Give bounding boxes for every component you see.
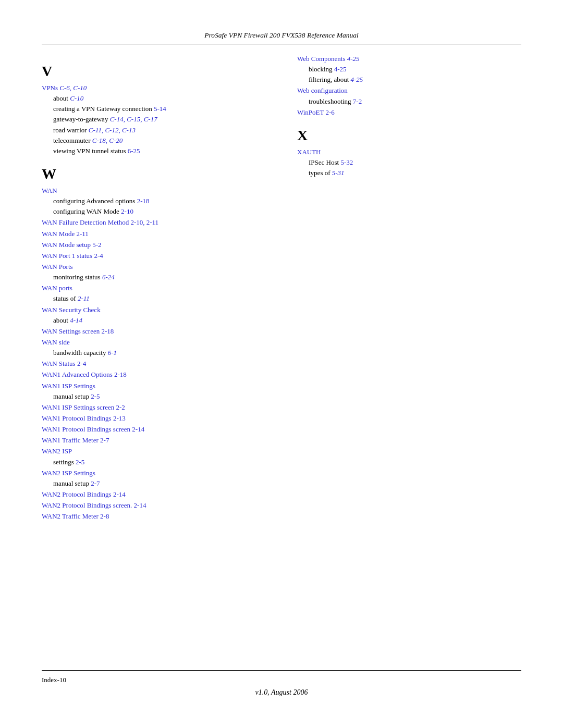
- link-wan-adv[interactable]: 2-18: [137, 197, 150, 205]
- entry-wan1-proto-main: WAN1 Protocol Bindings 2-13: [42, 413, 266, 424]
- link-wan2-isp-manual[interactable]: 2-7: [91, 479, 100, 487]
- entry-wan2-isp-main: WAN2 ISP: [42, 446, 266, 456]
- section-w-letter: W: [42, 166, 266, 182]
- link-wan-port1[interactable]: WAN Port 1 status: [42, 252, 92, 260]
- link-wan-settings-page[interactable]: 2-18: [101, 327, 114, 335]
- link-web-config[interactable]: Web configuration: [297, 87, 348, 94]
- link-wan2-proto-screen[interactable]: WAN2 Protocol Bindings screen.: [42, 501, 132, 509]
- entry-wan2-proto-screen-main: WAN2 Protocol Bindings screen. 2-14: [42, 500, 266, 511]
- entry-web-comp-blocking: blocking 4-25: [297, 64, 521, 75]
- link-wan-failure[interactable]: WAN Failure Detection Method: [42, 218, 129, 226]
- link-wan1-proto-screen-page[interactable]: 2-14: [132, 425, 144, 433]
- link-wan1-traffic-page[interactable]: 2-7: [100, 436, 109, 444]
- link-wan-mode-page[interactable]: 2-11: [76, 230, 88, 238]
- link-wan2-proto[interactable]: WAN2 Protocol Bindings: [42, 490, 112, 498]
- entry-wan-mode-setup: WAN Mode setup 5-2: [42, 240, 266, 250]
- link-wan-security-about[interactable]: 4-14: [70, 316, 82, 324]
- link-wan2-proto-screen-page[interactable]: 2-14: [134, 501, 146, 509]
- entry-wan-side-bandwidth: bandwidth capacity 6-1: [42, 348, 266, 358]
- link-vpns-about[interactable]: C-10: [70, 94, 83, 102]
- link-wan1-proto[interactable]: WAN1 Protocol Bindings: [42, 414, 112, 422]
- link-vpns-gateway[interactable]: C-14, C-15, C-17: [110, 115, 157, 123]
- link-winpoet[interactable]: WinPoET: [297, 108, 324, 116]
- link-vpns-road[interactable]: C-11, C-12, C-13: [89, 126, 136, 134]
- link-wan-side-bandwidth[interactable]: 6-1: [108, 349, 117, 356]
- left-column: V VPNs C-6, C-10 about C-10 creating a V…: [42, 54, 287, 655]
- link-wan-ports-monitoring[interactable]: 6-24: [102, 273, 115, 281]
- link-wan1-isp[interactable]: WAN1 ISP Settings: [42, 382, 95, 390]
- footer-index-label: Index-10: [42, 676, 66, 684]
- link-wan-ports-status[interactable]: 2-11: [78, 294, 90, 302]
- link-wan2-isp-settings[interactable]: WAN2 ISP Settings: [42, 469, 95, 477]
- link-wan2-isp[interactable]: WAN2 ISP: [42, 447, 72, 455]
- entry-wan-mode: WAN Mode 2-11: [42, 229, 266, 239]
- link-wan-ports-lower[interactable]: WAN ports: [42, 284, 72, 292]
- link-wan-mode[interactable]: WAN Mode: [42, 230, 75, 238]
- link-wan1-adv-page[interactable]: 2-18: [114, 371, 127, 378]
- entry-vpns-road: road warrior C-11, C-12, C-13: [42, 125, 266, 135]
- entry-vpns-creating: creating a VPN Gateway connection 5-14: [42, 104, 266, 114]
- link-wan-status-page[interactable]: 2-4: [77, 360, 86, 367]
- entry-web-components: Web Components 4-25 blocking 4-25 filter…: [297, 54, 521, 118]
- link-web-config-trouble[interactable]: 7-2: [353, 97, 362, 105]
- entry-wan1-proto: WAN1 Protocol Bindings 2-13: [42, 413, 266, 424]
- entry-wan1-traffic-main: WAN1 Traffic Meter 2-7: [42, 435, 266, 446]
- entry-web-comp-main: Web Components 4-25: [297, 54, 521, 64]
- link-winpoet-page[interactable]: 2-6: [326, 108, 335, 116]
- link-web-comp-page[interactable]: 4-25: [347, 55, 360, 63]
- link-vpns-viewing[interactable]: 6-25: [128, 147, 140, 155]
- link-wan-status[interactable]: WAN Status: [42, 360, 76, 367]
- link-web-comp-filtering[interactable]: 4-25: [351, 76, 363, 83]
- link-wan-mode-setup[interactable]: WAN Mode setup: [42, 241, 91, 249]
- entry-wan-failure-main: WAN Failure Detection Method 2-10, 2-11: [42, 217, 266, 228]
- link-vpns-telecommuter[interactable]: C-18, C-20: [92, 137, 123, 144]
- entry-wan2-proto-screen: WAN2 Protocol Bindings screen. 2-14: [42, 500, 266, 511]
- entry-winpoet-main: WinPoET 2-6: [297, 107, 521, 118]
- entry-wan-settings-main: WAN Settings screen 2-18: [42, 326, 266, 337]
- link-wan1-isp-screen-page[interactable]: 2-2: [116, 403, 125, 411]
- link-wan1-proto-screen[interactable]: WAN1 Protocol Bindings screen: [42, 425, 130, 433]
- link-web-comp[interactable]: Web Components: [297, 55, 345, 63]
- entry-wan1-proto-screen: WAN1 Protocol Bindings screen 2-14: [42, 424, 266, 435]
- entry-wan-mode-cfg: configuring WAN Mode 2-10: [42, 206, 266, 217]
- link-wan2-isp-settings[interactable]: 2-5: [76, 458, 84, 466]
- link-vpns-creating[interactable]: 5-14: [154, 105, 166, 113]
- link-wan-port1-page[interactable]: 2-4: [94, 252, 103, 260]
- link-wan-security[interactable]: WAN Security Check: [42, 306, 101, 314]
- link-wan-side[interactable]: WAN side: [42, 338, 70, 346]
- link-xauth-types[interactable]: 5-31: [332, 169, 345, 177]
- link-wan2-traffic[interactable]: WAN2 Traffic Meter: [42, 512, 99, 520]
- page-footer: Index-10 v1.0, August 2006: [42, 670, 521, 697]
- entry-wan-failure: WAN Failure Detection Method 2-10, 2-11: [42, 217, 266, 228]
- link-wan1-isp-screen[interactable]: WAN1 ISP Settings screen: [42, 403, 114, 411]
- entry-wan-status: WAN Status 2-4: [42, 359, 266, 369]
- link-wan-mode-setup-page[interactable]: 5-2: [92, 241, 101, 249]
- section-v-letter: V: [42, 63, 266, 80]
- link-wan2-proto-page[interactable]: 2-14: [113, 490, 126, 498]
- link-wan1-traffic[interactable]: WAN1 Traffic Meter: [42, 436, 99, 444]
- link-vpns-page[interactable]: C-6, C-10: [59, 84, 87, 92]
- link-wan1-proto-page[interactable]: 2-13: [113, 414, 126, 422]
- link-wan-mode-cfg[interactable]: 2-10: [121, 207, 133, 215]
- entry-wan2-isp: WAN2 ISP settings 2-5: [42, 446, 266, 467]
- entry-winpoet: WinPoET 2-6: [297, 107, 521, 118]
- link-wan-settings[interactable]: WAN Settings screen: [42, 327, 100, 335]
- entry-wan-ports-monitoring: monitoring status 6-24: [42, 272, 266, 282]
- link-xauth[interactable]: XAUTH: [297, 148, 321, 156]
- footer-bottom: Index-10 v1.0, August 2006: [42, 676, 521, 697]
- link-vpns[interactable]: VPNs: [42, 84, 58, 92]
- link-xauth-ipsec[interactable]: 5-32: [340, 158, 353, 166]
- entry-xauth-ipsec: IPSec Host 5-32: [297, 157, 521, 168]
- link-wan1-isp-manual[interactable]: 2-5: [91, 392, 100, 400]
- link-wan-ports-cap[interactable]: WAN Ports: [42, 263, 73, 270]
- link-wan-failure-page[interactable]: 2-10, 2-11: [130, 218, 158, 226]
- entry-wan2-isp-settings-main: WAN2 ISP Settings: [42, 468, 266, 478]
- entry-wan-security-about: about 4-14: [42, 315, 266, 326]
- link-wan1-adv[interactable]: WAN1 Advanced Options: [42, 371, 113, 378]
- entry-wan-ports-cap-main: WAN Ports: [42, 262, 266, 272]
- link-wan2-traffic-page[interactable]: 2-8: [100, 512, 109, 520]
- link-wan[interactable]: WAN: [42, 187, 57, 194]
- entry-wan-port1-main: WAN Port 1 status 2-4: [42, 251, 266, 261]
- link-web-comp-blocking[interactable]: 4-25: [334, 65, 347, 73]
- entry-wan1-adv-main: WAN1 Advanced Options 2-18: [42, 369, 266, 380]
